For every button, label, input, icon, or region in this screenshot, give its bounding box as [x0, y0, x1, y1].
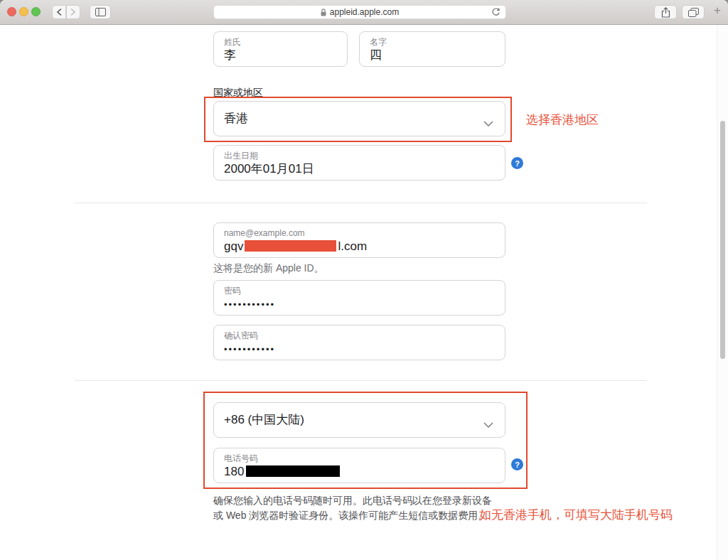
email-placeholder: name@example.com — [224, 228, 495, 238]
share-icon — [661, 7, 670, 18]
first-name-value: 四 — [370, 48, 495, 63]
first-name-field[interactable]: 名字 四 — [359, 31, 505, 67]
new-tab-button[interactable]: + — [714, 4, 721, 18]
first-name-label: 名字 — [370, 37, 495, 47]
chevron-right-icon — [70, 9, 76, 16]
email-note: 这将是您的新 Apple ID。 — [213, 262, 324, 275]
lock-icon — [321, 9, 326, 16]
phone-number-label: 电话号码 — [224, 453, 495, 463]
traffic-light-zoom-button[interactable] — [31, 7, 41, 16]
phone-number-value: 180 — [224, 464, 495, 480]
sidebar-icon — [95, 8, 106, 16]
question-mark-icon: ? — [515, 461, 520, 469]
reload-icon — [491, 8, 500, 17]
birth-date-field[interactable]: 出生日期 2000年01月01日 — [213, 145, 505, 181]
back-button[interactable] — [52, 5, 66, 19]
birth-date-value: 2000年01月01日 — [224, 161, 495, 177]
email-redaction-bar — [245, 240, 336, 252]
email-field[interactable]: name@example.com gqvl.com — [213, 222, 505, 258]
traffic-light-minimize-button[interactable] — [19, 7, 28, 16]
traffic-light-close-button[interactable] — [7, 7, 16, 16]
last-name-value: 李 — [224, 48, 337, 63]
phone-note-line2: 或 Web 浏览器时验证身份。该操作可能产生短信或数据费用。 — [213, 510, 488, 522]
page-content: 姓氏 李 名字 四 国家或地区 香港 选择香港地区 出生日期 2000年01月0… — [0, 25, 728, 560]
safari-window: appleid.apple.com + 姓氏 李 名字 四 国家或地区 香港 — [0, 0, 728, 560]
tabs-icon — [688, 8, 699, 17]
birth-help-button[interactable]: ? — [511, 157, 523, 169]
address-bar[interactable]: appleid.apple.com — [213, 5, 506, 19]
email-value: gqvl.com — [224, 239, 495, 254]
section-divider — [75, 380, 647, 381]
confirm-password-label: 确认密码 — [224, 330, 495, 340]
last-name-field[interactable]: 姓氏 李 — [213, 31, 348, 67]
phone-number-field[interactable]: 电话号码 180 — [213, 448, 505, 483]
dial-code-value: +86 (中国大陆) — [224, 412, 304, 428]
section-divider — [75, 203, 647, 203]
reload-button[interactable] — [491, 8, 500, 19]
question-mark-icon: ? — [515, 159, 520, 168]
tab-overview-button[interactable] — [682, 5, 705, 19]
confirm-password-field[interactable]: 确认密码 ••••••••••• — [213, 325, 505, 360]
phone-help-button[interactable]: ? — [511, 458, 523, 470]
browser-toolbar: appleid.apple.com + — [0, 0, 728, 25]
password-field[interactable]: 密码 ••••••••••• — [213, 280, 505, 316]
region-highlight-box — [204, 97, 512, 142]
password-value: ••••••••••• — [224, 298, 495, 312]
address-url: appleid.apple.com — [330, 7, 399, 17]
chevron-down-icon — [483, 418, 493, 431]
share-button[interactable] — [654, 5, 677, 19]
confirm-password-value: ••••••••••• — [224, 343, 495, 357]
phone-annotation: 如无香港手机，可填写大陆手机号码 — [479, 507, 673, 523]
password-label: 密码 — [224, 286, 495, 296]
chevron-left-icon — [56, 9, 62, 16]
dial-code-dropdown[interactable]: +86 (中国大陆) — [213, 402, 505, 438]
last-name-label: 姓氏 — [224, 37, 337, 47]
forward-button[interactable] — [66, 5, 80, 19]
sidebar-toggle-button[interactable] — [90, 5, 111, 19]
phone-note-line1: 确保您输入的电话号码随时可用。此电话号码以在您登录新设备 — [213, 495, 492, 507]
phone-redaction-bar — [246, 465, 340, 477]
scrollbar-thumb[interactable] — [720, 121, 725, 359]
birth-date-label: 出生日期 — [224, 151, 495, 161]
region-annotation: 选择香港地区 — [526, 112, 599, 128]
